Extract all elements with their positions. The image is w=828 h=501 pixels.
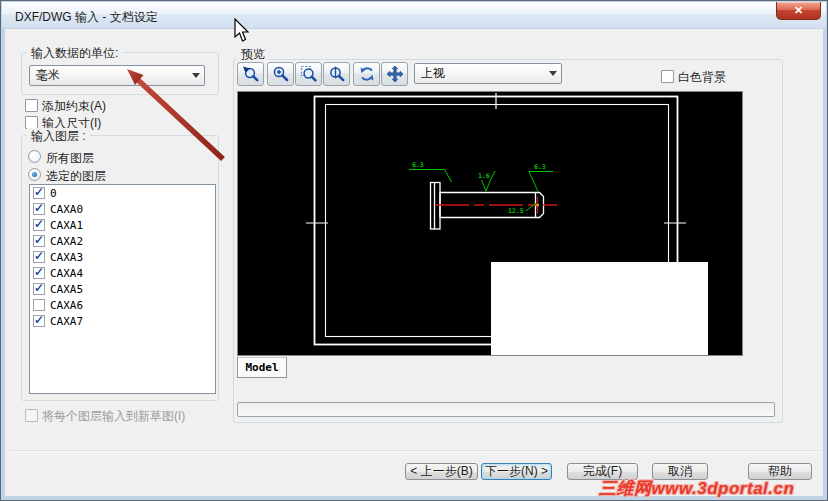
white-background-label: 白色背景 bbox=[678, 69, 726, 86]
layer-name: 0 bbox=[50, 187, 57, 200]
layer-name: CAXA6 bbox=[50, 299, 83, 312]
close-button[interactable]: ✕ bbox=[776, 2, 821, 20]
zoom-to-area-icon bbox=[300, 65, 318, 83]
preview-canvas[interactable]: 6.3 1.6 6.3 12.5 bbox=[237, 91, 743, 356]
layer-row[interactable]: 0 bbox=[30, 185, 215, 201]
zoom-in-out-icon bbox=[328, 65, 346, 83]
layer-row[interactable]: CAXA2 bbox=[30, 233, 215, 249]
masked-title-block bbox=[491, 262, 708, 356]
layer-name: CAXA2 bbox=[50, 235, 83, 248]
sheet-tick-marks bbox=[306, 93, 686, 223]
zoom-to-selection-icon bbox=[242, 65, 260, 83]
layer-checkbox[interactable] bbox=[33, 251, 45, 263]
units-combobox[interactable]: 毫米 bbox=[29, 65, 205, 86]
white-background-checkbox[interactable] bbox=[661, 70, 674, 83]
selected-layers-radio[interactable] bbox=[28, 168, 41, 181]
layer-name: CAXA3 bbox=[50, 251, 83, 264]
layer-row[interactable]: CAXA3 bbox=[30, 249, 215, 265]
watermark: 三维网www.3dportal.cn bbox=[599, 477, 794, 500]
cad-drawing: 6.3 1.6 6.3 12.5 bbox=[238, 92, 743, 356]
dxf-dwg-import-dialog: DXF/DWG 输入 - 文档设定 ✕ 输入数据的单位: 毫米 添加约束(A) … bbox=[0, 0, 828, 501]
all-layers-label: 所有图层 bbox=[46, 150, 94, 167]
layer-name: CAXA4 bbox=[50, 267, 83, 280]
layer-checkbox[interactable] bbox=[33, 235, 45, 247]
layer-name: CAXA0 bbox=[50, 203, 83, 216]
layers-group-label: 输入图层 : bbox=[27, 128, 90, 145]
back-button[interactable]: < 上一步(B) bbox=[405, 463, 478, 480]
layer-checkbox[interactable] bbox=[33, 187, 45, 199]
layer-row[interactable]: CAXA0 bbox=[30, 201, 215, 217]
layer-checkbox[interactable] bbox=[33, 299, 45, 311]
title-bar[interactable]: DXF/DWG 输入 - 文档设定 bbox=[2, 2, 826, 29]
layer-row[interactable]: CAXA7 bbox=[30, 313, 215, 329]
dimension-callout: 12.5 bbox=[508, 207, 524, 215]
pan-view-button[interactable] bbox=[381, 62, 408, 86]
units-combobox-value: 毫米 bbox=[30, 67, 187, 84]
rotate-view-button[interactable] bbox=[353, 62, 380, 86]
all-layers-radio[interactable] bbox=[28, 150, 41, 163]
new-sketch-checkbox bbox=[25, 409, 38, 422]
progress-bar bbox=[237, 402, 775, 417]
layer-row[interactable]: CAXA5 bbox=[30, 281, 215, 297]
add-constraints-checkbox[interactable] bbox=[25, 99, 38, 112]
pan-view-icon bbox=[386, 65, 404, 83]
finish-value-right: 6.3 bbox=[534, 163, 546, 171]
zoom-to-selection-button[interactable] bbox=[237, 62, 264, 86]
layer-name: CAXA1 bbox=[50, 219, 83, 232]
layer-checkbox[interactable] bbox=[33, 267, 45, 279]
layer-row[interactable]: CAXA1 bbox=[30, 217, 215, 233]
layer-checkbox[interactable] bbox=[33, 283, 45, 295]
rotate-view-icon bbox=[358, 65, 376, 83]
chevron-down-icon[interactable] bbox=[544, 71, 561, 76]
add-constraints-label: 添加约束(A) bbox=[42, 98, 106, 115]
model-tab[interactable]: Model bbox=[237, 357, 287, 378]
zoom-in-button[interactable] bbox=[267, 62, 294, 86]
layers-listbox[interactable]: 0 CAXA0 CAXA1 CAXA2 CAXA3 CAXA4 CAXA5 CA… bbox=[29, 184, 216, 394]
view-orientation-combobox[interactable]: 上视 bbox=[414, 63, 562, 84]
preview-group-label: 预览 bbox=[237, 46, 269, 63]
layer-checkbox[interactable] bbox=[33, 219, 45, 231]
units-group-label: 输入数据的单位: bbox=[27, 45, 122, 62]
selected-layers-label: 选定的图层 bbox=[46, 168, 106, 185]
next-button-label: 下一步(N) > bbox=[485, 463, 548, 480]
view-orientation-value: 上视 bbox=[415, 65, 544, 82]
zoom-in-icon bbox=[272, 65, 290, 83]
layer-checkbox[interactable] bbox=[33, 203, 45, 215]
layer-checkbox[interactable] bbox=[33, 315, 45, 327]
model-tab-label: Model bbox=[245, 361, 278, 374]
footer-divider bbox=[9, 450, 821, 452]
back-button-label: < 上一步(B) bbox=[410, 463, 472, 480]
dialog-title: DXF/DWG 输入 - 文档设定 bbox=[15, 9, 158, 26]
center-point bbox=[536, 204, 539, 207]
layer-name: CAXA7 bbox=[50, 315, 83, 328]
close-icon: ✕ bbox=[794, 4, 803, 16]
chevron-down-icon[interactable] bbox=[187, 73, 204, 78]
new-sketch-label: 将每个图层输入到新草图(I) bbox=[42, 408, 185, 425]
zoom-in-out-button[interactable] bbox=[323, 62, 350, 86]
finish-value-mid: 1.6 bbox=[478, 172, 490, 180]
next-button[interactable]: 下一步(N) > bbox=[481, 463, 552, 480]
layer-row[interactable]: CAXA6 bbox=[30, 297, 215, 313]
layer-row[interactable]: CAXA4 bbox=[30, 265, 215, 281]
layer-name: CAXA5 bbox=[50, 283, 83, 296]
zoom-to-area-button[interactable] bbox=[295, 62, 322, 86]
finish-value-left: 6.3 bbox=[412, 161, 424, 169]
